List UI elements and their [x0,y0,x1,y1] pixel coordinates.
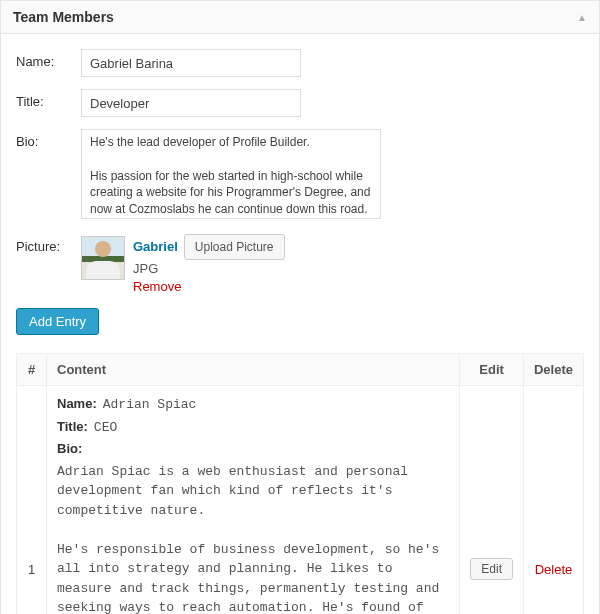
remove-picture-link[interactable]: Remove [133,278,285,296]
col-edit: Edit [460,354,524,386]
picture-filetype: JPG [133,260,285,278]
row-index: 1 [17,386,47,614]
title-input[interactable] [81,89,301,117]
table-row: 1 Name:Adrian Spiac Title:CEO Bio: Adria… [17,386,584,614]
bio-label: Bio: [16,129,81,149]
edit-button[interactable]: Edit [470,558,513,580]
col-delete: Delete [523,354,583,386]
entry-name: Adrian Spiac [103,397,197,412]
panel-title: Team Members [13,9,114,25]
delete-link[interactable]: Delete [535,562,573,577]
avatar-thumbnail [81,236,125,280]
upload-picture-button[interactable]: Upload Picture [184,234,285,260]
name-input[interactable] [81,49,301,77]
bio-textarea[interactable] [81,129,381,219]
entry-title: CEO [94,420,117,435]
entry-bio-label: Bio: [57,441,82,456]
col-num: # [17,354,47,386]
entry-title-label: Title: [57,419,88,434]
title-label: Title: [16,89,81,109]
picture-filename-link[interactable]: Gabriel [133,238,178,256]
entry-bio: Adrian Spiac is a web enthusiast and per… [57,462,449,614]
collapse-icon[interactable]: ▲ [577,12,587,23]
add-entry-button[interactable]: Add Entry [16,308,99,335]
panel-header: Team Members ▲ [1,1,599,34]
col-content: Content [47,354,460,386]
picture-label: Picture: [16,234,81,254]
name-label: Name: [16,49,81,69]
entry-name-label: Name: [57,396,97,411]
